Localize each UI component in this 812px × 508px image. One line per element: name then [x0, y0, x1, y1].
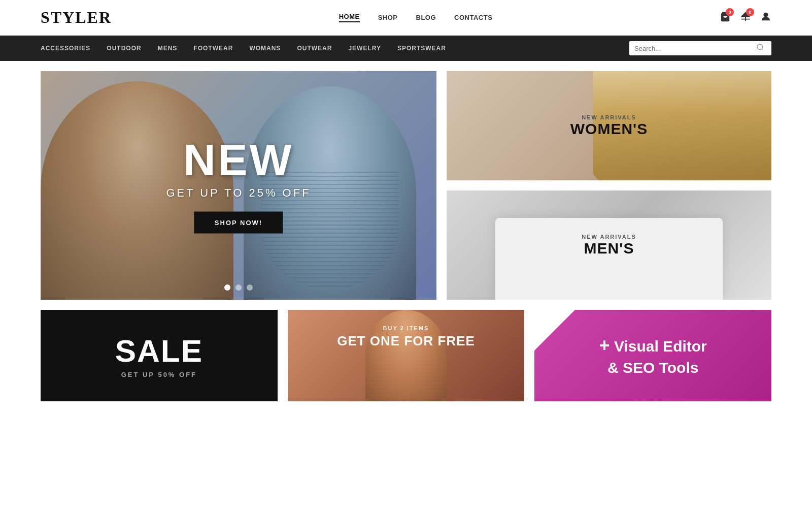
- right-panels: NEW ARRIVALS WOMEN'S NEW ARRIVALS MEN'S: [447, 71, 771, 300]
- main-navigation: HOME SHOP BLOG CONTACTS: [339, 13, 493, 22]
- hero-shop-now-button[interactable]: SHOP NOW!: [194, 212, 283, 234]
- nav-icons: 0 0: [720, 11, 771, 24]
- promo-banner[interactable]: + Visual Editor & SEO Tools: [534, 310, 771, 401]
- compare-icon-wrap[interactable]: 0: [740, 11, 751, 24]
- search-box[interactable]: [629, 41, 771, 55]
- account-icon-wrap[interactable]: [760, 11, 771, 24]
- cat-womans[interactable]: WOMANS: [249, 45, 281, 52]
- nav-contacts[interactable]: CONTACTS: [454, 14, 492, 21]
- bottom-banners: SALE GET UP 50% OFF BUY 2 ITEMS GET ONE …: [0, 310, 812, 411]
- promo-plus: +: [599, 335, 610, 356]
- cart-badge: 0: [726, 8, 734, 16]
- hero-text: NEW GET UP TO 25% OFF SHOP NOW!: [166, 138, 311, 234]
- sale-title: SALE: [115, 333, 203, 369]
- new-arrivals-big-text: GET ONE FOR FREE: [288, 333, 525, 349]
- cart-icon-wrap[interactable]: 0: [720, 11, 731, 24]
- hero-dot-2[interactable]: [235, 284, 242, 291]
- cat-outwear[interactable]: OUTWEAR: [297, 45, 332, 52]
- cat-accessories[interactable]: ACCESSORIES: [41, 45, 90, 52]
- compare-badge: 0: [746, 8, 754, 16]
- hero-dot-3[interactable]: [247, 284, 253, 291]
- promo-text: + Visual Editor & SEO Tools: [599, 334, 707, 377]
- nav-shop[interactable]: SHOP: [378, 14, 398, 21]
- cat-footwear[interactable]: FOOTWEAR: [193, 45, 233, 52]
- site-logo[interactable]: STYLER: [41, 8, 112, 27]
- hero-new-label: NEW: [166, 138, 311, 182]
- womens-title: WOMEN'S: [570, 120, 648, 138]
- womens-panel-text: NEW ARRIVALS WOMEN'S: [570, 114, 648, 138]
- search-icon: [756, 43, 764, 51]
- new-arrivals-person: [365, 310, 447, 401]
- new-arrivals-text: BUY 2 ITEMS GET ONE FOR FREE: [288, 325, 525, 349]
- cat-mens[interactable]: MENS: [158, 45, 178, 52]
- mens-arrivals-label: NEW ARRIVALS: [582, 234, 636, 240]
- sale-banner[interactable]: SALE GET UP 50% OFF: [41, 310, 278, 401]
- nav-home[interactable]: HOME: [339, 13, 360, 22]
- womens-arrivals-label: NEW ARRIVALS: [570, 114, 648, 120]
- svg-line-2: [762, 49, 763, 50]
- new-arrivals-banner[interactable]: BUY 2 ITEMS GET ONE FOR FREE: [288, 310, 525, 401]
- category-links: ACCESSORIES OUTDOOR MENS FOOTWEAR WOMANS…: [41, 45, 446, 52]
- cat-jewelry[interactable]: JEWELRY: [348, 45, 381, 52]
- mens-panel[interactable]: NEW ARRIVALS MEN'S: [447, 190, 771, 300]
- hero-slider[interactable]: NEW GET UP TO 25% OFF SHOP NOW!: [41, 71, 436, 300]
- account-icon: [760, 11, 771, 22]
- promo-line1: Visual Editor: [614, 338, 707, 355]
- main-content: NEW GET UP TO 25% OFF SHOP NOW! NEW ARRI…: [0, 61, 812, 310]
- category-navbar: ACCESSORIES OUTDOOR MENS FOOTWEAR WOMANS…: [0, 36, 812, 61]
- mens-panel-text: NEW ARRIVALS MEN'S: [582, 234, 636, 257]
- hero-dot-1[interactable]: [224, 284, 230, 291]
- promo-line2: & SEO Tools: [607, 359, 698, 376]
- search-input[interactable]: [634, 45, 756, 52]
- svg-point-0: [764, 13, 767, 16]
- svg-point-1: [757, 44, 763, 50]
- search-button[interactable]: [756, 43, 764, 53]
- womens-panel[interactable]: NEW ARRIVALS WOMEN'S: [447, 71, 771, 180]
- mens-title: MEN'S: [582, 240, 636, 257]
- cat-sportswear[interactable]: SPORTSWEAR: [397, 45, 446, 52]
- top-navbar: STYLER HOME SHOP BLOG CONTACTS 0 0: [0, 0, 812, 36]
- cat-outdoor[interactable]: OUTDOOR: [107, 45, 141, 52]
- hero-subtitle: GET UP TO 25% OFF: [166, 186, 311, 200]
- new-arrivals-small-text: BUY 2 ITEMS: [288, 325, 525, 331]
- sale-subtitle: GET UP 50% OFF: [121, 371, 197, 378]
- nav-blog[interactable]: BLOG: [416, 14, 436, 21]
- hero-dots: [224, 284, 253, 291]
- mens-panel-shirt: [495, 218, 723, 300]
